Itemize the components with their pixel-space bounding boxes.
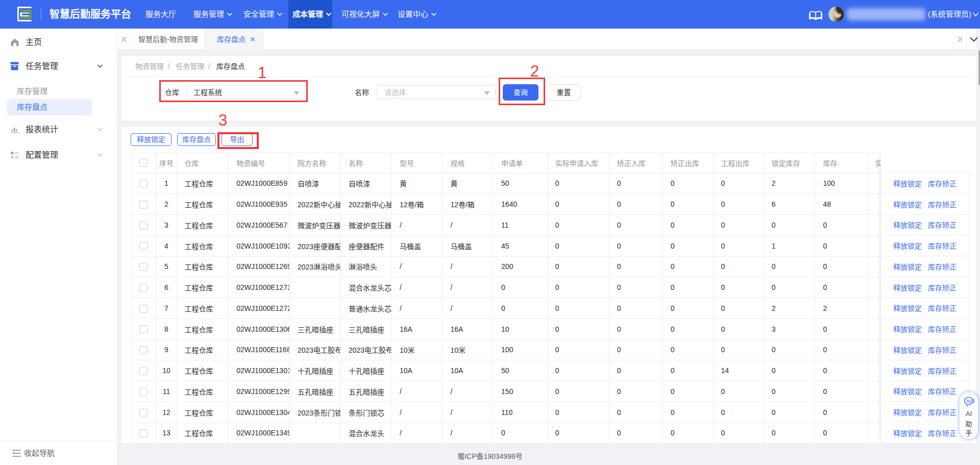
svg-text:AI: AI (966, 399, 971, 404)
